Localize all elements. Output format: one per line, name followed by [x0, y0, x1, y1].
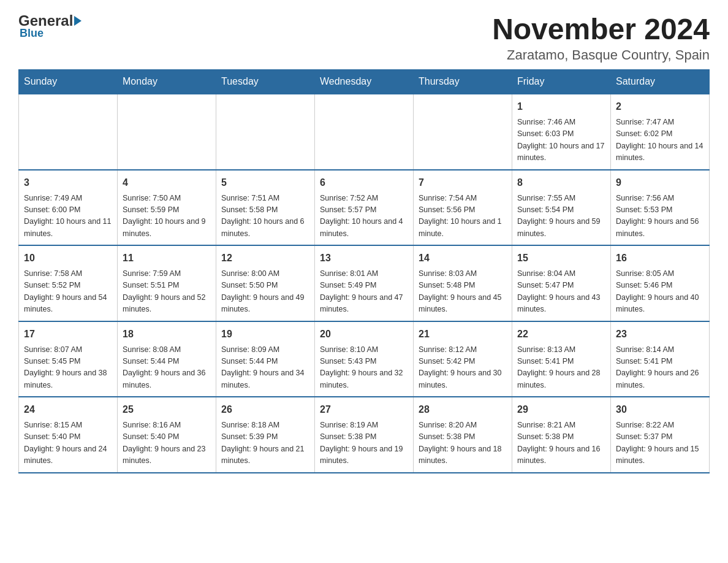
day-info: Sunrise: 8:07 AMSunset: 5:45 PMDaylight:…	[24, 344, 112, 392]
calendar-cell: 17Sunrise: 8:07 AMSunset: 5:45 PMDayligh…	[19, 321, 118, 397]
day-info: Sunrise: 7:50 AMSunset: 5:59 PMDaylight:…	[123, 193, 211, 240]
day-number: 16	[616, 251, 704, 266]
day-number: 5	[221, 175, 309, 190]
calendar-week-5: 24Sunrise: 8:15 AMSunset: 5:40 PMDayligh…	[19, 397, 710, 473]
title-area: November 2024 Zaratamo, Basque Country, …	[492, 12, 710, 63]
day-info: Sunrise: 8:15 AMSunset: 5:40 PMDaylight:…	[24, 419, 112, 467]
day-number: 20	[320, 327, 408, 342]
day-number: 10	[24, 251, 112, 266]
calendar-cell: 15Sunrise: 8:04 AMSunset: 5:47 PMDayligh…	[512, 245, 611, 321]
calendar-cell: 30Sunrise: 8:22 AMSunset: 5:37 PMDayligh…	[611, 397, 710, 473]
calendar-cell: 25Sunrise: 8:16 AMSunset: 5:40 PMDayligh…	[118, 397, 216, 473]
calendar-header-row: SundayMondayTuesdayWednesdayThursdayFrid…	[19, 70, 710, 94]
weekday-header-friday: Friday	[512, 70, 611, 94]
day-info: Sunrise: 8:14 AMSunset: 5:41 PMDaylight:…	[616, 344, 704, 392]
calendar-cell	[216, 94, 315, 170]
day-info: Sunrise: 8:20 AMSunset: 5:38 PMDaylight:…	[419, 419, 507, 467]
day-info: Sunrise: 8:10 AMSunset: 5:43 PMDaylight:…	[320, 344, 408, 392]
day-number: 6	[320, 175, 408, 190]
day-number: 14	[419, 251, 507, 266]
weekday-header-wednesday: Wednesday	[315, 70, 414, 94]
day-number: 1	[517, 99, 605, 114]
day-number: 4	[123, 175, 211, 190]
calendar-cell: 11Sunrise: 7:59 AMSunset: 5:51 PMDayligh…	[118, 245, 216, 321]
calendar-cell: 23Sunrise: 8:14 AMSunset: 5:41 PMDayligh…	[611, 321, 710, 397]
calendar-cell: 20Sunrise: 8:10 AMSunset: 5:43 PMDayligh…	[315, 321, 414, 397]
day-info: Sunrise: 7:52 AMSunset: 5:57 PMDaylight:…	[320, 193, 408, 240]
day-info: Sunrise: 8:01 AMSunset: 5:49 PMDaylight:…	[320, 268, 408, 316]
day-number: 7	[419, 175, 507, 190]
header: General Blue November 2024 Zaratamo, Bas…	[18, 12, 710, 63]
calendar-cell: 9Sunrise: 7:56 AMSunset: 5:53 PMDaylight…	[611, 170, 710, 246]
calendar-week-2: 3Sunrise: 7:49 AMSunset: 6:00 PMDaylight…	[19, 170, 710, 246]
calendar-title: November 2024	[492, 12, 710, 46]
day-info: Sunrise: 7:58 AMSunset: 5:52 PMDaylight:…	[24, 268, 112, 316]
day-info: Sunrise: 8:03 AMSunset: 5:48 PMDaylight:…	[419, 268, 507, 316]
calendar-cell	[118, 94, 216, 170]
day-number: 17	[24, 327, 112, 342]
day-number: 26	[221, 402, 309, 417]
weekday-header-saturday: Saturday	[611, 70, 710, 94]
day-info: Sunrise: 7:46 AMSunset: 6:03 PMDaylight:…	[517, 117, 605, 164]
logo-blue-text: Blue	[20, 27, 44, 40]
day-number: 3	[24, 175, 112, 190]
day-info: Sunrise: 7:47 AMSunset: 6:02 PMDaylight:…	[616, 117, 704, 164]
day-info: Sunrise: 8:04 AMSunset: 5:47 PMDaylight:…	[517, 268, 605, 316]
calendar-cell: 24Sunrise: 8:15 AMSunset: 5:40 PMDayligh…	[19, 397, 118, 473]
calendar-cell: 26Sunrise: 8:18 AMSunset: 5:39 PMDayligh…	[216, 397, 315, 473]
day-number: 15	[517, 251, 605, 266]
day-info: Sunrise: 7:55 AMSunset: 5:54 PMDaylight:…	[517, 193, 605, 240]
day-info: Sunrise: 8:21 AMSunset: 5:38 PMDaylight:…	[517, 419, 605, 467]
calendar-cell	[19, 94, 118, 170]
calendar-cell: 7Sunrise: 7:54 AMSunset: 5:56 PMDaylight…	[414, 170, 512, 246]
day-info: Sunrise: 8:08 AMSunset: 5:44 PMDaylight:…	[123, 344, 211, 392]
calendar-cell: 4Sunrise: 7:50 AMSunset: 5:59 PMDaylight…	[118, 170, 216, 246]
day-number: 8	[517, 175, 605, 190]
weekday-header-sunday: Sunday	[19, 70, 118, 94]
calendar-cell: 5Sunrise: 7:51 AMSunset: 5:58 PMDaylight…	[216, 170, 315, 246]
calendar-cell: 3Sunrise: 7:49 AMSunset: 6:00 PMDaylight…	[19, 170, 118, 246]
day-number: 19	[221, 327, 309, 342]
weekday-header-thursday: Thursday	[414, 70, 512, 94]
calendar-cell: 10Sunrise: 7:58 AMSunset: 5:52 PMDayligh…	[19, 245, 118, 321]
logo-blue-arrow	[73, 16, 83, 26]
weekday-header-tuesday: Tuesday	[216, 70, 315, 94]
calendar-cell: 13Sunrise: 8:01 AMSunset: 5:49 PMDayligh…	[315, 245, 414, 321]
calendar-cell: 1Sunrise: 7:46 AMSunset: 6:03 PMDaylight…	[512, 94, 611, 170]
calendar-cell: 27Sunrise: 8:19 AMSunset: 5:38 PMDayligh…	[315, 397, 414, 473]
day-number: 29	[517, 402, 605, 417]
day-number: 21	[419, 327, 507, 342]
day-info: Sunrise: 8:05 AMSunset: 5:46 PMDaylight:…	[616, 268, 704, 316]
calendar-cell: 6Sunrise: 7:52 AMSunset: 5:57 PMDaylight…	[315, 170, 414, 246]
day-number: 22	[517, 327, 605, 342]
calendar-cell: 29Sunrise: 8:21 AMSunset: 5:38 PMDayligh…	[512, 397, 611, 473]
calendar-cell: 21Sunrise: 8:12 AMSunset: 5:42 PMDayligh…	[414, 321, 512, 397]
day-number: 30	[616, 402, 704, 417]
calendar-cell: 2Sunrise: 7:47 AMSunset: 6:02 PMDaylight…	[611, 94, 710, 170]
day-info: Sunrise: 8:13 AMSunset: 5:41 PMDaylight:…	[517, 344, 605, 392]
day-number: 9	[616, 175, 704, 190]
calendar-week-1: 1Sunrise: 7:46 AMSunset: 6:03 PMDaylight…	[19, 94, 710, 170]
calendar-table: SundayMondayTuesdayWednesdayThursdayFrid…	[18, 69, 710, 473]
day-info: Sunrise: 8:16 AMSunset: 5:40 PMDaylight:…	[123, 419, 211, 467]
calendar-cell: 14Sunrise: 8:03 AMSunset: 5:48 PMDayligh…	[414, 245, 512, 321]
calendar-cell: 18Sunrise: 8:08 AMSunset: 5:44 PMDayligh…	[118, 321, 216, 397]
day-number: 28	[419, 402, 507, 417]
day-number: 12	[221, 251, 309, 266]
day-info: Sunrise: 8:09 AMSunset: 5:44 PMDaylight:…	[221, 344, 309, 392]
calendar-cell: 8Sunrise: 7:55 AMSunset: 5:54 PMDaylight…	[512, 170, 611, 246]
calendar-cell: 28Sunrise: 8:20 AMSunset: 5:38 PMDayligh…	[414, 397, 512, 473]
calendar-cell: 19Sunrise: 8:09 AMSunset: 5:44 PMDayligh…	[216, 321, 315, 397]
day-number: 2	[616, 99, 704, 114]
calendar-week-3: 10Sunrise: 7:58 AMSunset: 5:52 PMDayligh…	[19, 245, 710, 321]
weekday-header-monday: Monday	[118, 70, 216, 94]
day-info: Sunrise: 7:59 AMSunset: 5:51 PMDaylight:…	[123, 268, 211, 316]
day-info: Sunrise: 8:00 AMSunset: 5:50 PMDaylight:…	[221, 268, 309, 316]
day-number: 13	[320, 251, 408, 266]
day-info: Sunrise: 7:51 AMSunset: 5:58 PMDaylight:…	[221, 193, 309, 240]
calendar-week-4: 17Sunrise: 8:07 AMSunset: 5:45 PMDayligh…	[19, 321, 710, 397]
calendar-subtitle: Zaratamo, Basque Country, Spain	[492, 47, 710, 63]
day-number: 23	[616, 327, 704, 342]
calendar-cell: 16Sunrise: 8:05 AMSunset: 5:46 PMDayligh…	[611, 245, 710, 321]
day-info: Sunrise: 8:12 AMSunset: 5:42 PMDaylight:…	[419, 344, 507, 392]
